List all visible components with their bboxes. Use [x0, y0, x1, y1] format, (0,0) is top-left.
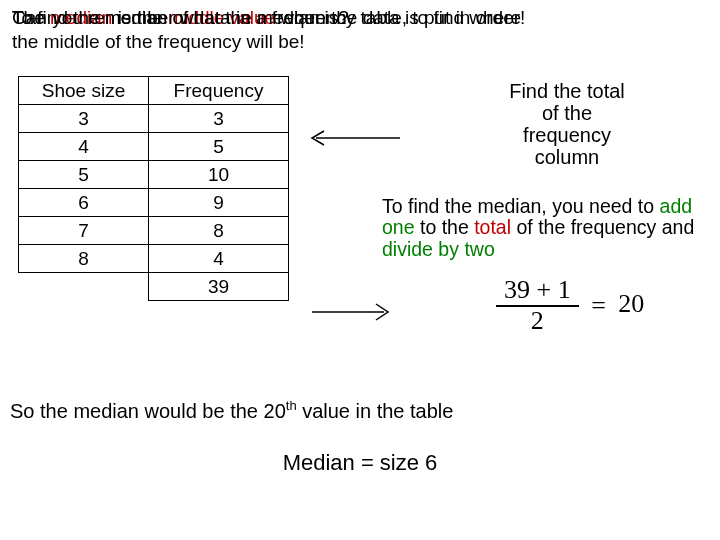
- answer-text: Median = size 6: [283, 450, 438, 475]
- hl-line2: the middle of the frequency will be!: [12, 31, 305, 52]
- find-total-text: Find the total of the frequency column: [422, 80, 712, 168]
- cell-freq: 3: [149, 105, 289, 133]
- table-row: 8 4: [19, 245, 289, 273]
- fraction: 39 + 1 2: [496, 276, 579, 335]
- col-header-size: Shoe size: [19, 77, 149, 105]
- col-header-freq: Frequency: [149, 77, 289, 105]
- formula-rhs: 20: [618, 289, 644, 318]
- cell-freq: 4: [149, 245, 289, 273]
- frequency-table: Shoe size Frequency 3 3 4 5 5 10 6 9 7 8: [18, 76, 289, 301]
- cell-freq: 9: [149, 189, 289, 217]
- equals-sign: =: [585, 291, 612, 320]
- table-total-row: 39: [19, 273, 289, 301]
- ft-l4: column: [535, 146, 599, 168]
- concl-b: value in the table: [297, 400, 454, 422]
- slide: The median is the middle value when the …: [0, 0, 720, 540]
- fraction-num: 39 + 1: [496, 276, 579, 307]
- hl3: To find the median of data in a frequenc…: [12, 7, 521, 28]
- cell-size: 4: [19, 133, 149, 161]
- cell-size: 6: [19, 189, 149, 217]
- median-formula: 39 + 1 2 = 20: [496, 276, 644, 335]
- concl-a: So the median would be the 20: [10, 400, 286, 422]
- mid-area: Shoe size Frequency 3 3 4 5 5 10 6 9 7 8: [12, 76, 708, 336]
- table-header-row: Shoe size Frequency: [19, 77, 289, 105]
- ft-l3: frequency: [523, 124, 611, 146]
- table-row: 7 8: [19, 217, 289, 245]
- conclusion-line: So the median would be the 20th value in…: [10, 400, 710, 423]
- headline-layer-instr: To find the median of data in a frequenc…: [12, 8, 708, 28]
- right-text-block: Find the total of the frequency column T…: [382, 78, 712, 260]
- cell-freq: 10: [149, 161, 289, 189]
- table-row: 4 5: [19, 133, 289, 161]
- ft-l2: of the: [542, 102, 592, 124]
- answer-line: Median = size 6: [0, 450, 720, 476]
- cell-size: 3: [19, 105, 149, 133]
- cell-freq: 5: [149, 133, 289, 161]
- cell-total: 39: [149, 273, 289, 301]
- ex-c: to the: [415, 216, 475, 238]
- fraction-den: 2: [496, 307, 579, 336]
- ex-divide: divide by two: [382, 238, 495, 260]
- cell-size: 8: [19, 245, 149, 273]
- ft-l1: Find the total: [509, 80, 625, 102]
- arrow-right-icon: [312, 300, 392, 324]
- ex-e: of the frequency and: [511, 216, 694, 238]
- total-empty: [19, 273, 149, 301]
- cell-size: 7: [19, 217, 149, 245]
- cell-size: 5: [19, 161, 149, 189]
- ex-total: total: [474, 216, 511, 238]
- table-row: 5 10: [19, 161, 289, 189]
- ex-a: To find the median, you need to: [382, 195, 660, 217]
- concl-sup: th: [286, 398, 297, 413]
- table-row: 6 9: [19, 189, 289, 217]
- headline-overlap: The median is the middle value when the …: [12, 8, 708, 66]
- cell-freq: 8: [149, 217, 289, 245]
- table-row: 3 3: [19, 105, 289, 133]
- explain-text: To find the median, you need to add one …: [382, 196, 712, 260]
- headline-line2: the middle of the frequency will be!: [12, 32, 708, 52]
